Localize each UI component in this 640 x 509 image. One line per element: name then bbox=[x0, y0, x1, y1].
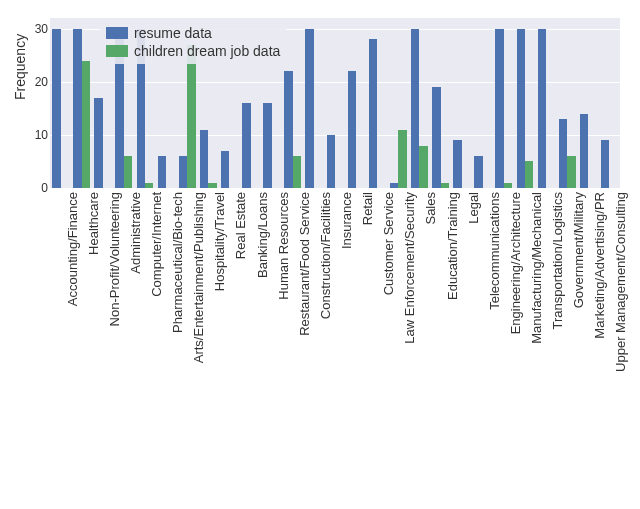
bar-dream bbox=[504, 183, 512, 188]
x-tick-label: Government/Military bbox=[571, 192, 586, 308]
bar-dream bbox=[187, 45, 195, 188]
bar-dream bbox=[525, 161, 533, 188]
x-tick-label: Sales bbox=[423, 192, 438, 225]
x-tick-label: Construction/Facilities bbox=[318, 192, 333, 319]
bar-resume bbox=[327, 135, 335, 188]
x-tick-label: Real Estate bbox=[233, 192, 248, 259]
x-tick-label: Banking/Loans bbox=[255, 192, 270, 278]
bar-resume bbox=[390, 183, 398, 188]
bar-resume bbox=[517, 29, 525, 188]
bar-resume bbox=[411, 29, 419, 188]
x-tick-label: Education/Training bbox=[445, 192, 460, 300]
y-tick-label: 10 bbox=[35, 128, 48, 142]
bar-dream bbox=[208, 183, 216, 188]
bar-dream bbox=[145, 183, 153, 188]
bar-resume bbox=[242, 103, 250, 188]
bar-resume bbox=[221, 151, 229, 188]
x-tick-label: Telecommunications bbox=[487, 192, 502, 310]
x-tick-label: Legal bbox=[466, 192, 481, 224]
x-tick-label: Upper Management/Consulting bbox=[613, 192, 628, 372]
chart: Frequency resume data children dream job… bbox=[0, 0, 640, 509]
x-tick-label: Customer Service bbox=[381, 192, 396, 295]
x-tick-label: Non-Profit/Volunteering bbox=[107, 192, 122, 326]
bar-resume bbox=[369, 39, 377, 188]
bar-resume bbox=[52, 29, 60, 188]
bar-resume bbox=[348, 71, 356, 188]
legend-label: children dream job data bbox=[134, 42, 280, 60]
gridline bbox=[50, 82, 620, 83]
gridline bbox=[50, 188, 620, 189]
x-tick-label: Computer/Internet bbox=[149, 192, 164, 297]
x-tick-label: Accounting/Finance bbox=[65, 192, 80, 306]
y-tick-label: 20 bbox=[35, 75, 48, 89]
bar-resume bbox=[200, 130, 208, 188]
bar-dream bbox=[441, 183, 449, 188]
bar-dream bbox=[293, 156, 301, 188]
bar-resume bbox=[601, 140, 609, 188]
bar-resume bbox=[284, 71, 292, 188]
x-tick-label: Retail bbox=[360, 192, 375, 225]
bar-resume bbox=[263, 103, 271, 188]
legend-item-resume: resume data bbox=[106, 24, 280, 42]
x-tick-label: Administrative bbox=[128, 192, 143, 274]
legend-swatch-icon bbox=[106, 45, 128, 57]
bar-resume bbox=[538, 29, 546, 188]
x-tick-label: Manufacturing/Mechanical bbox=[529, 192, 544, 344]
x-tick-label: Marketing/Advertising/PR bbox=[592, 192, 607, 339]
legend: resume data children dream job data bbox=[100, 20, 286, 64]
bar-dream bbox=[124, 156, 132, 188]
x-tick-label: Human Resources bbox=[276, 192, 291, 300]
bar-resume bbox=[94, 98, 102, 188]
x-tick-label: Healthcare bbox=[86, 192, 101, 255]
x-tick-label: Restaurant/Food Service bbox=[297, 192, 312, 336]
bar-resume bbox=[179, 156, 187, 188]
bar-resume bbox=[559, 119, 567, 188]
bar-resume bbox=[495, 29, 503, 188]
legend-label: resume data bbox=[134, 24, 212, 42]
y-tick-label: 30 bbox=[35, 22, 48, 36]
bar-resume bbox=[158, 156, 166, 188]
bar-resume bbox=[73, 29, 81, 188]
gridline bbox=[50, 135, 620, 136]
x-tick-label: Law Enforcement/Security bbox=[402, 192, 417, 344]
bar-dream bbox=[398, 130, 406, 188]
bar-resume bbox=[474, 156, 482, 188]
x-tick-label: Transportation/Logistics bbox=[550, 192, 565, 330]
y-tick-label: 0 bbox=[41, 181, 48, 195]
bar-dream bbox=[419, 146, 427, 189]
x-tick-label: Hospitality/Travel bbox=[212, 192, 227, 291]
x-tick-label: Insurance bbox=[339, 192, 354, 249]
x-tick-label: Arts/Entertainment/Publishing bbox=[191, 192, 206, 363]
bar-resume bbox=[453, 140, 461, 188]
bar-dream bbox=[82, 61, 90, 189]
legend-item-dream: children dream job data bbox=[106, 42, 280, 60]
bar-resume bbox=[580, 114, 588, 188]
bar-resume bbox=[305, 29, 313, 188]
y-axis-label: Frequency bbox=[12, 34, 28, 100]
x-tick-label: Engineering/Architecture bbox=[508, 192, 523, 334]
legend-swatch-icon bbox=[106, 27, 128, 39]
x-tick-label: Pharmaceutical/Bio-tech bbox=[170, 192, 185, 333]
bar-resume bbox=[432, 87, 440, 188]
bar-dream bbox=[567, 156, 575, 188]
